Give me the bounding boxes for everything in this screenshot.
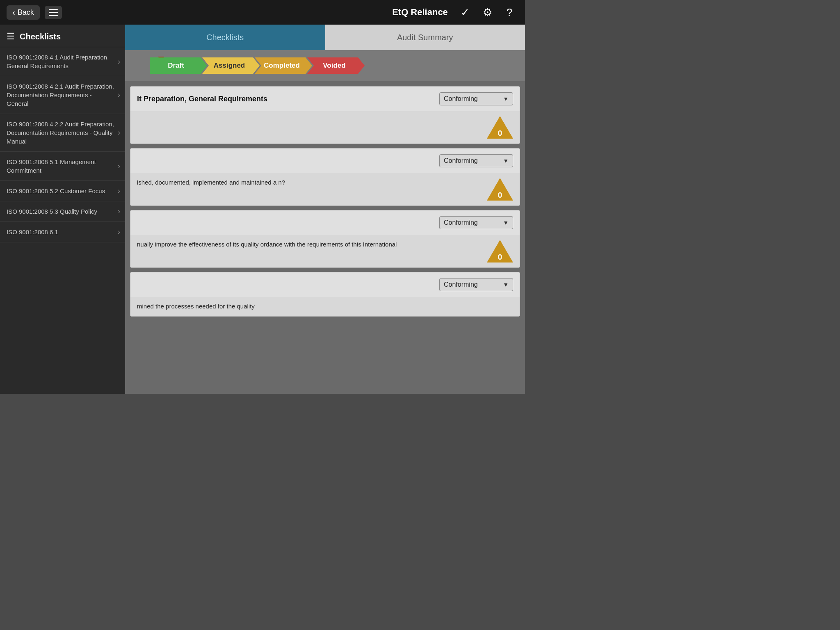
sidebar: ☰ Checklists ISO 9001:2008 4.1 Audit Pre… <box>0 25 125 394</box>
conforming-select-4[interactable]: Conforming ▼ <box>439 278 513 291</box>
checklist-row-4-desc: mined the processes needed for the quali… <box>137 302 513 311</box>
content-area: Checklists Audit Summary ▼ Draft Assigne… <box>125 25 525 394</box>
menu-line-2 <box>49 12 58 13</box>
chevron-right-icon: › <box>118 187 120 195</box>
chevron-right-icon: › <box>118 91 120 99</box>
back-label: Back <box>18 8 34 17</box>
conforming-select-3[interactable]: Conforming ▼ <box>439 216 513 229</box>
sidebar-item-2[interactable]: ISO 9001:2008 4.2.1 Audit Preparation, D… <box>0 76 125 114</box>
badge-num-1: 0 <box>498 129 502 137</box>
sidebar-title: Checklists <box>20 32 61 41</box>
chevron-right-icon: › <box>118 207 120 216</box>
step-completed-label: Completed <box>264 62 300 70</box>
sidebar-item-label: ISO 9001:2008 5.2 Customer Focus <box>7 187 114 195</box>
sidebar-item-label: ISO 9001:2008 5.3 Quality Policy <box>7 207 114 216</box>
checklist-row-4-body: mined the processes needed for the quali… <box>130 297 520 316</box>
dropdown-arrow-icon: ▼ <box>503 281 509 288</box>
checklist-row-1: it Preparation, General Requirements Con… <box>130 86 520 144</box>
menu-line-1 <box>49 9 58 10</box>
workflow-step-assigned[interactable]: Assigned <box>202 57 260 74</box>
sidebar-item-label: ISO 9001:2008 4.2.1 Audit Preparation, D… <box>7 82 114 108</box>
sidebar-item-1[interactable]: ISO 9001:2008 4.1 Audit Preparation, Gen… <box>0 47 125 76</box>
badge-wrap-2: 0 <box>487 178 513 201</box>
dropdown-arrow-icon: ▼ <box>503 219 509 226</box>
checklist-row-3: Conforming ▼ nually improve the effectiv… <box>130 210 520 268</box>
dropdown-arrow-icon: ▼ <box>503 158 509 164</box>
badge-wrap-3: 0 <box>487 240 513 262</box>
sidebar-item-label: ISO 9001:2008 4.1 Audit Preparation, Gen… <box>7 53 114 70</box>
sidebar-item-label: ISO 9001:2008 4.2.2 Audit Preparation, D… <box>7 120 114 146</box>
check-button[interactable]: ✓ <box>456 3 474 21</box>
back-arrow-icon: ‹ <box>12 8 15 17</box>
nav-right: ✓ ⚙ ? <box>456 3 518 21</box>
step-assigned-label: Assigned <box>214 62 245 70</box>
tab-checklists-label: Checklists <box>206 33 244 42</box>
checklist-row-2-desc: ished, documented, implemented and maint… <box>137 178 487 187</box>
tab-audit-summary[interactable]: Audit Summary <box>325 25 525 50</box>
checklist-content: it Preparation, General Requirements Con… <box>125 81 525 394</box>
dropdown-arrow-icon: ▼ <box>503 96 509 102</box>
checklist-row-1-title: it Preparation, General Requirements <box>137 95 439 103</box>
conforming-select-2[interactable]: Conforming ▼ <box>439 154 513 167</box>
checklist-row-3-desc: nually improve the effectiveness of its … <box>137 240 487 249</box>
back-button[interactable]: ‹ Back <box>7 5 40 20</box>
checklist-row-2-header: Conforming ▼ <box>130 148 520 173</box>
workflow-steps: Draft Assigned Completed Voided <box>150 57 360 74</box>
checklist-row-4: Conforming ▼ mined the processes needed … <box>130 272 520 317</box>
conforming-select-1[interactable]: Conforming ▼ <box>439 92 513 105</box>
chevron-right-icon: › <box>118 57 120 66</box>
workflow-bar: ▼ Draft Assigned Completed Voided <box>125 50 525 81</box>
checklist-icon: ☰ <box>7 31 15 42</box>
app-title: EtQ Reliance <box>392 7 448 18</box>
badge-num-3: 0 <box>498 253 502 261</box>
chevron-right-icon: › <box>118 162 120 171</box>
checklist-row-3-header: Conforming ▼ <box>130 210 520 235</box>
conforming-select-1-text: Conforming <box>444 95 478 103</box>
checklist-row-2: Conforming ▼ ished, documented, implemen… <box>130 148 520 206</box>
tab-audit-summary-label: Audit Summary <box>397 33 453 42</box>
badge-num-2: 0 <box>498 191 502 199</box>
menu-button[interactable] <box>45 6 62 19</box>
sidebar-item-5[interactable]: ISO 9001:2008 5.2 Customer Focus › <box>0 181 125 201</box>
nav-left: ‹ Back <box>7 5 62 20</box>
sidebar-item-6[interactable]: ISO 9001:2008 5.3 Quality Policy › <box>0 201 125 222</box>
step-draft-label: Draft <box>168 62 184 70</box>
main-layout: ☰ Checklists ISO 9001:2008 4.1 Audit Pre… <box>0 25 525 394</box>
sidebar-item-7[interactable]: ISO 9001:2008 6.1 › <box>0 222 125 242</box>
chevron-right-icon: › <box>118 228 120 236</box>
conforming-select-2-text: Conforming <box>444 157 478 164</box>
workflow-step-draft[interactable]: Draft <box>150 57 207 74</box>
sidebar-item-4[interactable]: ISO 9001:2008 5.1 Management Commitment … <box>0 152 125 181</box>
badge-wrap-1: 0 <box>487 116 513 139</box>
checklist-row-3-body: nually improve the effectiveness of its … <box>130 235 520 267</box>
sidebar-item-3[interactable]: ISO 9001:2008 4.2.2 Audit Preparation, D… <box>0 114 125 152</box>
tab-checklists[interactable]: Checklists <box>125 25 325 50</box>
sidebar-item-label: ISO 9001:2008 5.1 Management Commitment <box>7 158 114 175</box>
step-voided-label: Voided <box>323 62 345 70</box>
settings-button[interactable]: ⚙ <box>478 3 496 21</box>
workflow-step-completed[interactable]: Completed <box>255 57 312 74</box>
sidebar-item-label: ISO 9001:2008 6.1 <box>7 228 114 236</box>
conforming-select-3-text: Conforming <box>444 219 478 226</box>
checklist-row-1-body: 0 <box>130 111 520 144</box>
tab-bar: Checklists Audit Summary <box>125 25 525 50</box>
sidebar-header: ☰ Checklists <box>0 25 125 47</box>
menu-line-3 <box>49 15 58 16</box>
help-button[interactable]: ? <box>500 3 518 21</box>
nav-bar: ‹ Back EtQ Reliance ✓ ⚙ ? <box>0 0 525 25</box>
checklist-row-1-header: it Preparation, General Requirements Con… <box>130 87 520 111</box>
conforming-select-4-text: Conforming <box>444 281 478 288</box>
chevron-right-icon: › <box>118 128 120 137</box>
workflow-step-voided[interactable]: Voided <box>307 57 365 74</box>
checklist-row-2-body: ished, documented, implemented and maint… <box>130 173 520 205</box>
checklist-row-4-header: Conforming ▼ <box>130 272 520 297</box>
